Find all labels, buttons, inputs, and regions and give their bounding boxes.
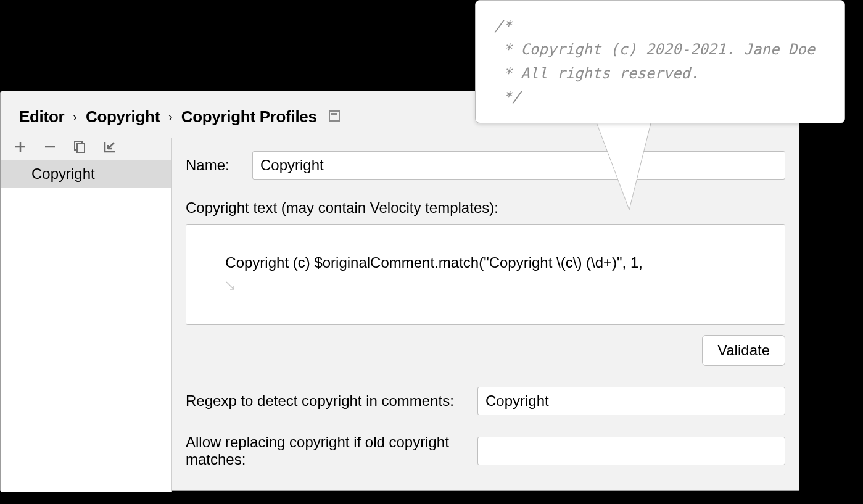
svg-rect-3 [77, 144, 85, 152]
profile-sidebar: Copyright [1, 138, 172, 492]
allow-replacing-input[interactable] [477, 437, 785, 465]
panel-icon [328, 107, 341, 126]
name-input[interactable] [252, 151, 785, 180]
copyright-text-label: Copyright text (may contain Velocity tem… [186, 199, 785, 217]
preview-callout: /* * Copyright (c) 2020-2021. Jane Doe *… [475, 0, 845, 123]
callout-tail-icon [592, 111, 666, 216]
regexp-label: Regexp to detect copyright in comments: [186, 392, 477, 410]
settings-panel: Editor › Copyright › Copyright Profiles [0, 91, 799, 491]
callout-line: * Copyright (c) 2020-2021. Jane Doe [494, 41, 815, 58]
breadcrumb-separator: › [166, 110, 175, 124]
remove-button[interactable] [44, 141, 56, 153]
breadcrumb-separator: › [70, 110, 80, 124]
copyright-text-line: Copyright (c) $originalComment.match("Co… [225, 254, 643, 271]
svg-rect-1 [331, 113, 337, 115]
profile-editor: Name: Copyright text (may contain Veloci… [172, 138, 799, 492]
line-wrap-indicator-icon [225, 320, 235, 325]
copyright-text-area[interactable]: Copyright (c) $originalComment.match("Co… [186, 224, 785, 325]
svg-marker-4 [592, 111, 654, 210]
profile-list-item-copyright[interactable]: Copyright [1, 160, 171, 188]
regexp-input[interactable] [477, 387, 785, 415]
callout-line: */ [494, 88, 521, 105]
allow-replacing-label: Allow replacing copyright if old copyrig… [186, 434, 477, 468]
validate-button[interactable]: Validate [702, 335, 785, 366]
breadcrumb-item-editor[interactable]: Editor [19, 107, 64, 126]
profile-toolbar [1, 138, 171, 160]
copy-button[interactable] [73, 140, 86, 154]
breadcrumb-item-copyright[interactable]: Copyright [86, 107, 160, 126]
import-button[interactable] [103, 140, 117, 154]
callout-line: /* [494, 17, 512, 35]
line-wrap-indicator-icon [225, 276, 235, 298]
svg-rect-0 [329, 111, 339, 121]
name-label: Name: [186, 157, 252, 174]
add-button[interactable] [14, 141, 27, 153]
breadcrumb-item-copyright-profiles[interactable]: Copyright Profiles [181, 107, 317, 126]
callout-line: * All rights reserved. [494, 65, 699, 82]
